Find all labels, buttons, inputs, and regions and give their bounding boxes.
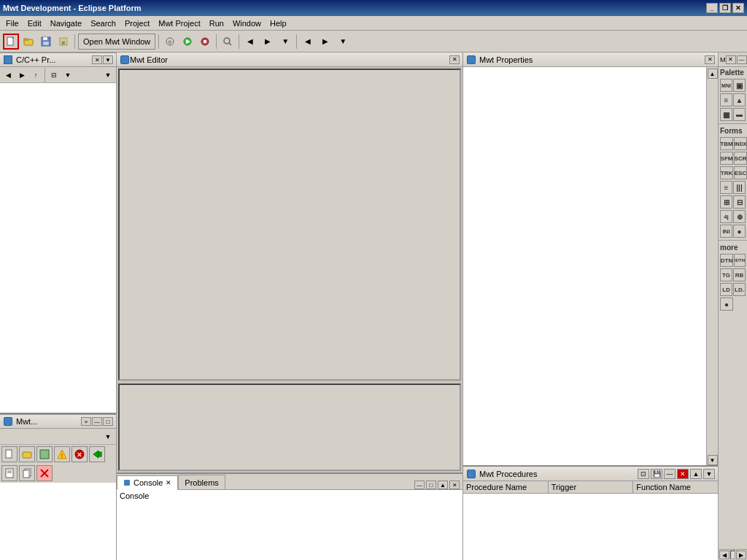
tool-mni[interactable]: MNI — [720, 79, 732, 92]
editor-close-btn[interactable]: ✕ — [449, 55, 460, 64]
tool-indicator[interactable]: ● — [720, 298, 733, 311]
nav2-back[interactable]: ◀ — [300, 34, 316, 50]
mwt-btn-arrow[interactable] — [89, 446, 105, 462]
tools-scroll-left[interactable]: ◀ — [719, 551, 729, 559]
proc-save-btn[interactable]: 💾 — [651, 469, 662, 479]
new-file-button[interactable] — [3, 34, 19, 50]
mwt-editor-top-area[interactable] — [118, 69, 461, 381]
mwt-btn-warning[interactable]: ! — [54, 446, 70, 462]
mwt-view-dropdown[interactable]: ▼ — [101, 430, 115, 443]
tool-grid2[interactable]: ⊟ — [733, 195, 746, 209]
tools-restore-btn[interactable]: — — [737, 55, 747, 64]
tool-cross[interactable]: ⊕ — [733, 210, 746, 223]
mwt-btn-error[interactable]: ✕ — [71, 446, 88, 462]
minimize-button[interactable]: _ — [706, 3, 718, 13]
mwt-btn-copy[interactable] — [19, 465, 35, 481]
mwt-minimize-btn[interactable]: — — [92, 417, 102, 426]
tool-3b[interactable]: ▬ — [733, 108, 746, 121]
tools-scroll-right[interactable]: ▶ — [736, 551, 746, 559]
console-content[interactable]: Console — [117, 490, 462, 560]
tool-ini[interactable]: INI — [720, 225, 732, 238]
extra-button[interactable]: e — [55, 34, 71, 50]
mwt-maximize-btn[interactable]: □ — [103, 417, 113, 426]
tool-4bar[interactable]: 4| — [720, 210, 732, 223]
proc-open-btn[interactable]: ⊡ — [638, 469, 649, 479]
nav2-dropdown[interactable]: ▼ — [335, 34, 351, 50]
exp-back-btn[interactable]: ◀ — [1, 69, 15, 82]
tool-icon1[interactable]: ● — [733, 225, 746, 238]
tool-lines[interactable]: ≡ — [720, 181, 732, 194]
tool-sfm[interactable]: SFM — [720, 152, 733, 165]
tool-tbm[interactable]: TBM — [720, 137, 733, 150]
back-button[interactable]: ◀ — [242, 34, 258, 50]
menu-run[interactable]: Run — [205, 18, 228, 29]
mwt-editor-bottom-area[interactable] — [118, 384, 461, 471]
console-restore-btn[interactable]: □ — [426, 481, 436, 489]
console-tab[interactable]: Console ✕ — [117, 475, 178, 490]
tool-dtn[interactable]: DTN — [720, 254, 733, 267]
tool-ld2[interactable]: LD. — [733, 283, 746, 296]
tool-indx[interactable]: INDX — [734, 137, 747, 150]
menu-navigate[interactable]: Navigate — [46, 18, 86, 29]
forward-button[interactable]: ▶ — [260, 34, 276, 50]
exp-dropdown-btn[interactable]: ▼ — [101, 69, 115, 82]
search-button[interactable] — [220, 34, 236, 50]
problems-tab[interactable]: Problems — [178, 475, 225, 489]
menu-search[interactable]: Search — [86, 18, 120, 29]
tool-idtn[interactable]: IDTN — [734, 254, 746, 267]
restore-button[interactable]: ❐ — [719, 3, 731, 13]
proc-max-btn[interactable]: ▼ — [703, 469, 715, 479]
menu-window[interactable]: Window — [228, 18, 266, 29]
mwt-btn-delete[interactable] — [36, 465, 53, 481]
menu-edit[interactable]: Edit — [23, 18, 46, 29]
window-controls[interactable]: _ ❐ ✕ — [706, 3, 744, 13]
tool-grid1[interactable]: ⊞ — [720, 195, 732, 209]
nav-dropdown[interactable]: ▼ — [277, 34, 293, 50]
open-mwt-window-button[interactable]: Open Mwt Window — [78, 34, 155, 50]
stop-button[interactable] — [197, 34, 213, 50]
console-close-icon[interactable]: ✕ — [166, 479, 171, 486]
scroll-up-btn[interactable]: ▲ — [708, 69, 718, 79]
exp-forward-btn[interactable]: ▶ — [15, 69, 28, 82]
menu-file[interactable]: File — [1, 18, 23, 29]
mwt-btn-file[interactable] — [1, 446, 18, 462]
console-minimize-btn[interactable]: — — [414, 481, 425, 489]
tool-ld[interactable]: LD — [720, 283, 732, 296]
close-button[interactable]: ✕ — [732, 3, 744, 13]
exp-up-btn[interactable]: ↑ — [29, 69, 42, 82]
proc-close-btn[interactable]: ✕ — [677, 469, 689, 479]
mwt-btn-folder[interactable] — [19, 446, 35, 462]
tool-scr[interactable]: SCR — [734, 152, 747, 165]
tool-1b[interactable]: ▣ — [733, 79, 746, 92]
prop-close-btn[interactable]: ✕ — [705, 55, 715, 64]
tool-rb[interactable]: RB — [733, 268, 746, 281]
mwt-btn-grid[interactable] — [36, 446, 53, 462]
tool-esc[interactable]: ESC — [734, 166, 747, 179]
console-close-btn[interactable]: ✕ — [449, 481, 460, 489]
save-button[interactable] — [38, 34, 54, 50]
proc-restore-btn[interactable]: ▲ — [690, 469, 702, 479]
console-maximize-btn[interactable]: ▲ — [438, 481, 448, 489]
tool-trk[interactable]: TRK — [720, 166, 733, 179]
mwt-extra-btn[interactable]: » — [81, 417, 91, 426]
tools-close-btn[interactable]: ✕ — [726, 55, 736, 64]
menu-mwt-project[interactable]: Mwt Project — [154, 18, 204, 29]
menu-project[interactable]: Project — [120, 18, 154, 29]
tools-scroll-track[interactable] — [730, 551, 735, 559]
cpp-maximize-btn[interactable]: ▼ — [103, 55, 113, 64]
nav2-forward[interactable]: ▶ — [317, 34, 333, 50]
run-button[interactable] — [179, 34, 196, 50]
tool-2b[interactable]: ▲ — [733, 93, 746, 106]
tool-2a[interactable]: ≡ — [720, 93, 732, 106]
menu-help[interactable]: Help — [266, 18, 291, 29]
mwt-btn-doc[interactable] — [1, 465, 18, 481]
scroll-down-btn[interactable]: ▼ — [708, 455, 718, 465]
tool-cols[interactable]: ||| — [733, 181, 746, 194]
mwt-nav-button[interactable]: ⊕ — [162, 34, 178, 50]
tool-3a[interactable]: ▦ — [720, 108, 732, 121]
tool-tg[interactable]: TG — [720, 268, 732, 281]
exp-collapse-btn[interactable]: ⊟ — [47, 69, 61, 82]
exp-filter-btn[interactable]: ▼ — [61, 69, 74, 82]
prop-scrollbar[interactable]: ▲ ▼ — [706, 67, 718, 465]
proc-minimize-btn[interactable]: — — [664, 469, 676, 479]
